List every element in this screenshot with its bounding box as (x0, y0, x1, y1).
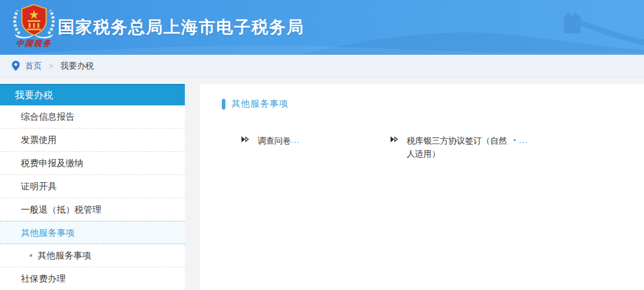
site-title: 国家税务总局上海市电子税务局 (58, 16, 304, 39)
sidebar: 我要办税 综合信息报告 发票使用 税费申报及缴纳 证明开具 一般退（抵）税管理 … (0, 84, 185, 290)
sidebar-item-comprehensive-info-report[interactable]: 综合信息报告 (0, 105, 185, 129)
sidebar-item-general-tax-refund[interactable]: 一般退（抵）税管理 (0, 198, 185, 222)
breadcrumb: 首页 > 我要办税 (0, 55, 644, 77)
content-panel: 其他服务事项 调查问卷 ... (200, 84, 644, 290)
breadcrumb-separator: > (49, 62, 53, 70)
double-arrow-icon (391, 136, 398, 142)
sidebar-subitem-other-services[interactable]: 其他服务事项 (0, 244, 185, 267)
sidebar-item-certificate-issuance[interactable]: 证明开具 (0, 175, 185, 198)
service-item-label: 税库银三方协议签订（自然人适用） (407, 135, 509, 160)
service-items: 调查问卷 ... 税库银三方协议签订（自然人适用） • ... (222, 135, 632, 160)
bullet-icon (30, 254, 32, 257)
sidebar-menu: 综合信息报告 发票使用 税费申报及缴纳 证明开具 一般退（抵）税管理 其他服务事… (0, 105, 185, 290)
title-bar-icon (222, 99, 225, 110)
double-arrow-icon (242, 136, 249, 142)
section-title: 其他服务事项 (222, 98, 632, 110)
section-title-text: 其他服务事项 (231, 98, 289, 110)
service-item-tripartite-agreement[interactable]: 税库银三方协议签订（自然人适用） • ... (391, 135, 540, 160)
sidebar-item-social-insurance[interactable]: 社保费办理 (0, 267, 185, 290)
tax-bureau-logo[interactable]: 中国税务 (11, 2, 57, 49)
service-item-survey[interactable]: 调查问卷 ... (242, 135, 391, 160)
location-pin-icon (12, 61, 20, 71)
service-item-label: 调查问卷 (258, 135, 291, 148)
sidebar-header-woyaobanshui[interactable]: 我要办税 (0, 84, 185, 105)
taxation-emblem-icon (12, 2, 56, 39)
sidebar-item-tax-declaration-payment[interactable]: 税费申报及缴纳 (0, 152, 185, 175)
app-header: 中国税务 国家税务总局上海市电子税务局 (0, 0, 644, 55)
sidebar-subitem-label: 其他服务事项 (38, 250, 91, 260)
ellipsis-more-link[interactable]: ... (519, 135, 528, 146)
main-area: 我要办税 综合信息报告 发票使用 税费申报及缴纳 证明开具 一般退（抵）税管理 … (0, 84, 644, 290)
dot-indicator-icon: • (513, 135, 516, 146)
logo-caption: 中国税务 (10, 38, 58, 49)
breadcrumb-current: 我要办税 (60, 61, 94, 71)
breadcrumb-home-link[interactable]: 首页 (25, 61, 42, 71)
sidebar-item-other-services-active[interactable]: 其他服务事项 (0, 221, 185, 244)
ellipsis-more-link[interactable]: ... (291, 135, 300, 146)
sidebar-item-invoice-use[interactable]: 发票使用 (0, 129, 185, 152)
